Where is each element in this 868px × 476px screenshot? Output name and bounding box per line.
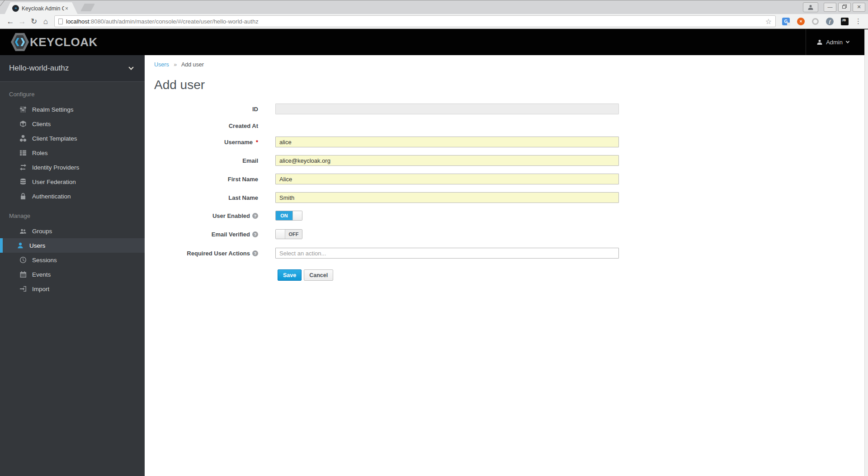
realm-name: Hello-world-authz bbox=[9, 64, 129, 73]
browser-scrollbar[interactable] bbox=[864, 29, 868, 476]
sidebar-item-label: Events bbox=[32, 271, 51, 278]
save-button[interactable]: Save bbox=[278, 269, 302, 281]
url-path: :8080/auth/admin/master/console/#/create… bbox=[89, 18, 258, 25]
id-field bbox=[275, 104, 619, 114]
disabled-extension-icon[interactable] bbox=[812, 18, 819, 25]
browser-tab[interactable]: ‹› Keycloak Admin Con × bbox=[5, 2, 78, 14]
username-label: Username bbox=[224, 139, 253, 146]
sidebar-item-label: Clients bbox=[32, 121, 51, 127]
last-name-field[interactable] bbox=[275, 192, 619, 203]
username-field[interactable] bbox=[275, 137, 619, 147]
email-label: Email bbox=[242, 157, 258, 164]
profile-icon bbox=[808, 5, 813, 10]
forward-icon[interactable]: → bbox=[16, 18, 28, 25]
sidebar-item-users[interactable]: Users bbox=[0, 238, 145, 253]
keycloak-hexagon-icon bbox=[11, 32, 29, 52]
sidebar-item-authentication[interactable]: Authentication bbox=[0, 189, 145, 203]
sidebar-item-user-federation[interactable]: User Federation bbox=[0, 174, 145, 189]
browser-menu-icon[interactable]: ⋮ bbox=[855, 17, 862, 25]
tab-close-icon[interactable]: × bbox=[65, 6, 68, 11]
form-row-required-actions: Required User Actions? bbox=[154, 248, 868, 259]
sidebar-item-label: Identity Providers bbox=[32, 164, 79, 171]
user-icon bbox=[17, 242, 24, 249]
breadcrumb: Users » Add user bbox=[154, 61, 868, 68]
admin-user-icon bbox=[817, 40, 822, 45]
form-row-username: Username* bbox=[154, 137, 868, 147]
url-bar[interactable]: localhost:8080/auth/admin/master/console… bbox=[54, 15, 776, 27]
first-name-label: First Name bbox=[228, 176, 258, 183]
orange-extension-icon[interactable]: ✕ bbox=[797, 18, 805, 25]
sidebar: Hello-world-authz Configure Realm Settin… bbox=[0, 55, 145, 476]
fedora-extension-icon[interactable]: f bbox=[826, 18, 834, 25]
home-icon[interactable]: ⌂ bbox=[40, 18, 52, 25]
breadcrumb-users-link[interactable]: Users bbox=[154, 61, 169, 68]
sidebar-item-clients[interactable]: Clients bbox=[0, 117, 145, 131]
toggle-off-label: OFF bbox=[285, 230, 302, 239]
browser-profile-button[interactable] bbox=[803, 2, 818, 12]
reload-icon[interactable]: ↻ bbox=[28, 18, 40, 25]
window-restore-button[interactable] bbox=[838, 3, 851, 12]
sidebar-item-client-templates[interactable]: Client Templates bbox=[0, 131, 145, 146]
toggle-handle bbox=[276, 230, 285, 239]
user-enabled-toggle[interactable]: ON bbox=[275, 211, 302, 221]
email-verified-label: Email Verified bbox=[212, 231, 250, 238]
translate-extension-icon[interactable]: G bbox=[782, 18, 790, 25]
first-name-field[interactable] bbox=[275, 174, 619, 184]
breadcrumb-current: Add user bbox=[181, 61, 204, 68]
admin-user-label: Admin bbox=[826, 39, 843, 46]
form-row-email-verified: Email Verified? OFF bbox=[154, 229, 868, 239]
toggle-handle bbox=[292, 211, 302, 220]
page-info-icon[interactable] bbox=[58, 19, 63, 24]
exchange-arrows-icon bbox=[19, 164, 27, 171]
keycloak-logo: KEYCLOAK bbox=[11, 32, 98, 52]
chevron-down-icon bbox=[846, 39, 849, 43]
window-minimize-button[interactable]: — bbox=[824, 3, 836, 12]
browser-titlebar: ‹› Keycloak Admin Con × — ✕ bbox=[0, 0, 868, 14]
sidebar-item-import[interactable]: Import bbox=[0, 282, 145, 296]
main-content: Users » Add user Add user ID Created At … bbox=[145, 55, 868, 476]
window-close-button[interactable]: ✕ bbox=[853, 3, 865, 12]
sliders-icon bbox=[19, 106, 27, 113]
restore-icon bbox=[842, 5, 846, 9]
sidebar-item-label: Import bbox=[32, 286, 49, 292]
help-icon: ? bbox=[252, 250, 258, 256]
toggle-on-label: ON bbox=[276, 211, 292, 220]
url-text[interactable]: localhost:8080/auth/admin/master/console… bbox=[66, 18, 762, 25]
help-icon: ? bbox=[252, 231, 258, 237]
sidebar-item-label: Client Templates bbox=[32, 135, 77, 142]
back-icon[interactable]: ← bbox=[5, 18, 16, 25]
required-actions-label: Required User Actions bbox=[187, 250, 250, 257]
admin-user-menu[interactable]: Admin bbox=[806, 29, 863, 55]
sidebar-item-groups[interactable]: Groups bbox=[0, 224, 145, 238]
email-field[interactable] bbox=[275, 155, 619, 166]
url-host: localhost bbox=[66, 18, 89, 25]
section-label-configure: Configure bbox=[0, 82, 145, 102]
required-actions-select[interactable] bbox=[275, 248, 619, 259]
add-user-form: ID Created At Username* Email First Name… bbox=[154, 104, 868, 281]
keycloak-favicon-icon: ‹› bbox=[12, 5, 19, 12]
sidebar-item-identity-providers[interactable]: Identity Providers bbox=[0, 160, 145, 174]
chevron-down-icon bbox=[128, 65, 133, 70]
bookmark-star-icon[interactable]: ☆ bbox=[765, 17, 772, 26]
cancel-button[interactable]: Cancel bbox=[304, 269, 333, 281]
keycloak-header: KEYCLOAK Admin bbox=[0, 29, 868, 55]
sidebar-item-roles[interactable]: Roles bbox=[0, 146, 145, 160]
list-icon bbox=[19, 149, 27, 156]
jetbrains-extension-icon[interactable]: JB bbox=[841, 18, 849, 25]
created-at-label: Created At bbox=[229, 123, 258, 129]
breadcrumb-separator: » bbox=[174, 61, 177, 68]
last-name-label: Last Name bbox=[228, 194, 258, 201]
realm-selector[interactable]: Hello-world-authz bbox=[0, 55, 145, 82]
brand-text: KEYCLOAK bbox=[30, 35, 98, 49]
sidebar-item-realm-settings[interactable]: Realm Settings bbox=[0, 102, 145, 117]
form-row-created-at: Created At bbox=[154, 122, 868, 129]
email-verified-toggle[interactable]: OFF bbox=[275, 229, 302, 239]
database-icon bbox=[19, 178, 27, 185]
sidebar-item-sessions[interactable]: Sessions bbox=[0, 253, 145, 267]
lock-icon bbox=[19, 193, 27, 200]
form-row-first-name: First Name bbox=[154, 174, 868, 184]
tab-title: Keycloak Admin Con bbox=[22, 5, 64, 12]
new-tab-button[interactable] bbox=[80, 4, 95, 11]
sidebar-item-events[interactable]: Events bbox=[0, 267, 145, 282]
cube-icon bbox=[19, 120, 27, 127]
